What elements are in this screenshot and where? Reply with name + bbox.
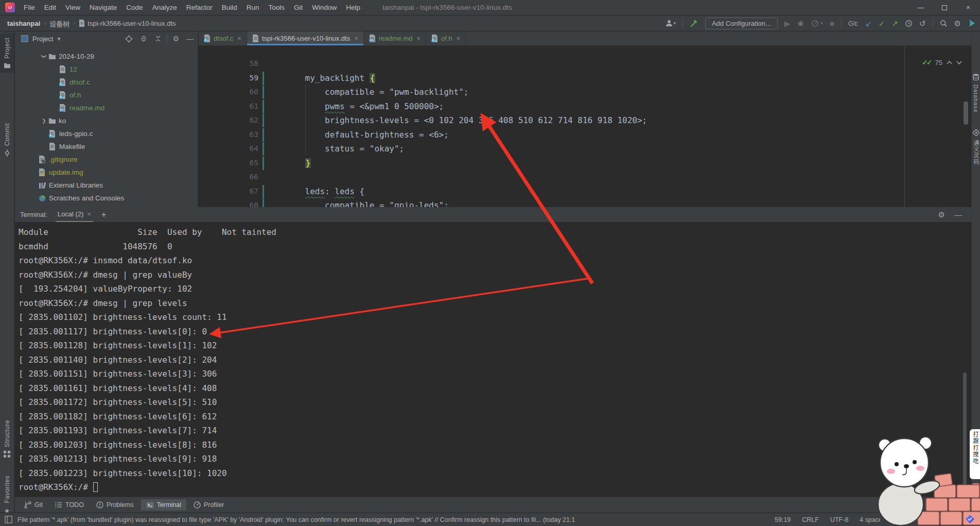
bottom-tab-todo[interactable]: TODO [50, 499, 89, 511]
close-tab-icon[interactable]: × [237, 35, 241, 42]
code-line[interactable]: 64 status = "okay"; [199, 142, 971, 156]
minimize-button[interactable]: — [909, 0, 933, 15]
menu-help[interactable]: Help [341, 0, 365, 15]
bottom-tab-git[interactable]: Git [19, 499, 48, 511]
code-line[interactable]: 66 [199, 170, 971, 184]
tool-tab-lingma[interactable]: 通义灵码 [972, 127, 980, 167]
inspections-widget[interactable]: ✓✓ 75 [922, 58, 962, 66]
bottom-tab-terminal[interactable]: Terminal [141, 499, 186, 511]
tree-item[interactable]: of.h [15, 89, 198, 101]
menu-window[interactable]: Window [307, 0, 341, 15]
menu-git[interactable]: Git [289, 0, 307, 15]
close-tab-icon[interactable]: × [457, 35, 461, 42]
tool-tab-database[interactable]: Database [972, 72, 980, 115]
indent-widget[interactable]: 4 spaces [860, 516, 880, 523]
close-button[interactable]: × [956, 0, 980, 15]
status-message[interactable]: File pattern '*.apk' (from 'bundled' plu… [18, 516, 769, 523]
profile-run-icon[interactable]: ▾ [811, 20, 823, 27]
editor-body[interactable]: 5859 my_backlight {60 compatible = "pwm-… [199, 46, 971, 207]
menu-analyze[interactable]: Analyze [148, 0, 182, 15]
menu-run[interactable]: Run [242, 0, 264, 15]
terminal-tab-local[interactable]: Local (2) × [56, 207, 93, 222]
code-line[interactable]: 58 [199, 57, 971, 71]
toggle-toolwindows-icon[interactable] [5, 516, 12, 523]
breadcrumb-project[interactable]: taishanpai [7, 20, 40, 27]
hide-panel-icon[interactable]: — [186, 35, 194, 43]
breadcrumb-file[interactable]: tspi-rk3566-user-v10-linux.dts [87, 20, 176, 27]
menu-navigate[interactable]: Navigate [85, 0, 121, 15]
terminal-settings-gear-icon[interactable]: ⚙ [938, 211, 945, 218]
tool-tab-structure[interactable]: Structure [0, 417, 14, 461]
git-commit-check-icon[interactable]: ✓ [879, 20, 885, 27]
editor-tab[interactable]: of.h× [426, 31, 466, 45]
encoding-widget[interactable]: UTF-8 [830, 516, 848, 523]
prev-problem-chevron-icon[interactable] [947, 61, 952, 64]
tree-item[interactable]: dtsof.c [15, 76, 198, 89]
menu-tools[interactable]: Tools [264, 0, 290, 15]
caret-position-widget[interactable]: 59:19 [775, 516, 791, 523]
plugin-logo-icon[interactable] [968, 19, 976, 27]
menu-view[interactable]: View [61, 0, 85, 15]
tree-item[interactable]: .gitignore [15, 153, 198, 166]
tree-item[interactable]: External Libraries [15, 179, 198, 192]
next-problem-chevron-icon[interactable] [956, 61, 962, 64]
debug-bug-icon[interactable] [797, 20, 804, 27]
tree-item[interactable]: Makefile [15, 140, 198, 153]
tool-tab-favorites[interactable]: Favorites ★ [0, 472, 14, 518]
code-line[interactable]: 60 compatible = "pwm-backlight"; [199, 85, 971, 99]
tree-item[interactable]: update.img [15, 166, 198, 179]
git-update-icon[interactable]: ↙ [865, 20, 872, 27]
tool-tab-project[interactable]: Project [0, 33, 14, 73]
rollback-undo-icon[interactable]: ↺ [919, 20, 926, 27]
tree-item[interactable]: leds-gpio.c [15, 127, 198, 140]
chevron-down-icon[interactable]: ▼ [56, 36, 61, 42]
tree-item[interactable]: Scratches and Consoles [15, 192, 198, 203]
chevron-right-icon[interactable]: ❯ [40, 118, 48, 124]
stop-button[interactable]: ■ [830, 20, 834, 27]
code-line[interactable]: 67 leds: leds { [199, 184, 971, 199]
maximize-button[interactable] [933, 0, 956, 15]
code-line[interactable]: 65 } [199, 156, 971, 171]
tree-item[interactable]: 12 [15, 63, 198, 76]
project-panel-title[interactable]: Project [32, 35, 53, 43]
expand-all-icon[interactable] [140, 35, 147, 42]
terminal-output[interactable]: Module Size Used by Not taintedbcmdhd 10… [15, 223, 971, 495]
add-configuration-button[interactable]: Add Configuration... [705, 18, 778, 29]
build-hammer-icon[interactable] [690, 19, 698, 28]
bottom-tab-profiler[interactable]: Profiler [188, 499, 230, 511]
code-line[interactable]: 62 brightness-levels = <0 102 204 306 40… [199, 113, 971, 128]
code-line[interactable]: 59 my_backlight { [199, 71, 971, 86]
history-clock-icon[interactable] [905, 20, 913, 27]
terminal-scrollbar[interactable] [963, 372, 967, 498]
line-separator-widget[interactable]: CRLF [802, 516, 819, 523]
code-line[interactable]: 63 default-brightness = <6>; [199, 128, 971, 142]
menu-code[interactable]: Code [121, 0, 147, 15]
menu-edit[interactable]: Edit [40, 0, 61, 15]
run-button[interactable]: ▶ [784, 20, 791, 27]
breadcrumb-folder[interactable]: 设备树 [49, 19, 69, 28]
menu-refactor[interactable]: Refactor [182, 0, 217, 15]
collapse-all-icon[interactable] [154, 35, 162, 42]
locate-file-icon[interactable] [125, 35, 133, 43]
editor-scrollbar[interactable] [964, 101, 968, 125]
terminal-hide-icon[interactable]: — [954, 211, 962, 218]
search-everywhere-icon[interactable] [940, 20, 948, 27]
editor-tab[interactable]: tspi-rk3566-user-v10-linux.dts× [247, 31, 364, 45]
bottom-tab-problems[interactable]: Problems [91, 499, 139, 511]
close-icon[interactable]: × [87, 210, 91, 218]
editor-tab[interactable]: dtsof.c× [199, 31, 247, 45]
tree-item[interactable]: ❯2024-10-28 [15, 50, 198, 63]
tree-item[interactable]: ❯ko [15, 114, 198, 127]
close-tab-icon[interactable]: × [416, 35, 421, 42]
user-account-icon[interactable]: ▾ [665, 19, 676, 27]
menu-file[interactable]: File [19, 0, 40, 15]
chevron-down-icon[interactable]: ❯ [41, 52, 47, 61]
editor-tab[interactable]: MDreadme.md× [364, 31, 426, 45]
settings-gear-icon[interactable]: ⚙ [954, 20, 961, 27]
lingma-statusbar-icon[interactable] [966, 515, 974, 523]
code-line[interactable]: 68 compatible = "gpio-leds"; [199, 198, 971, 207]
menu-build[interactable]: Build [217, 0, 242, 15]
new-terminal-button[interactable]: + [101, 210, 106, 219]
code-line[interactable]: 61 pwms = <&pwm1 0 500000>; [199, 99, 971, 114]
git-push-icon[interactable]: ↗ [891, 20, 898, 27]
